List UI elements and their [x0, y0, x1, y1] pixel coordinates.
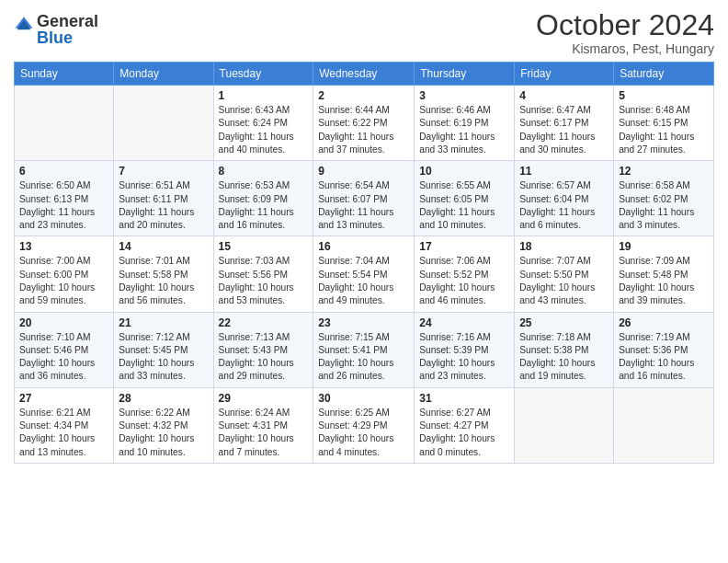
day-cell: 11Sunrise: 6:57 AM Sunset: 6:04 PM Dayli… — [515, 161, 614, 236]
day-number: 11 — [519, 165, 609, 178]
day-info: Sunrise: 7:13 AM Sunset: 5:43 PM Dayligh… — [219, 331, 309, 384]
day-info: Sunrise: 7:12 AM Sunset: 5:45 PM Dayligh… — [119, 331, 208, 384]
day-info: Sunrise: 6:55 AM Sunset: 6:05 PM Dayligh… — [419, 179, 509, 232]
day-cell: 22Sunrise: 7:13 AM Sunset: 5:43 PM Dayli… — [213, 312, 313, 387]
header: General Blue October 2024 Kismaros, Pest… — [14, 9, 714, 56]
day-cell: 24Sunrise: 7:16 AM Sunset: 5:39 PM Dayli… — [415, 312, 515, 387]
calendar-body: 1Sunrise: 6:43 AM Sunset: 6:24 PM Daylig… — [15, 86, 714, 464]
day-number: 5 — [619, 89, 709, 102]
day-number: 28 — [119, 392, 208, 405]
col-tuesday: Tuesday — [213, 63, 313, 86]
header-row: Sunday Monday Tuesday Wednesday Thursday… — [15, 63, 714, 86]
day-cell: 16Sunrise: 7:04 AM Sunset: 5:54 PM Dayli… — [313, 236, 415, 312]
day-number: 1 — [219, 89, 309, 102]
week-row-5: 27Sunrise: 6:21 AM Sunset: 4:34 PM Dayli… — [15, 387, 714, 463]
day-cell: 13Sunrise: 7:00 AM Sunset: 6:00 PM Dayli… — [15, 236, 114, 312]
day-cell: 12Sunrise: 6:58 AM Sunset: 6:02 PM Dayli… — [614, 161, 714, 236]
title-block: October 2024 Kismaros, Pest, Hungary — [536, 9, 714, 56]
day-number: 25 — [519, 316, 609, 329]
day-cell: 14Sunrise: 7:01 AM Sunset: 5:58 PM Dayli… — [114, 236, 213, 312]
day-cell: 28Sunrise: 6:22 AM Sunset: 4:32 PM Dayli… — [114, 387, 213, 463]
day-info: Sunrise: 7:03 AM Sunset: 5:56 PM Dayligh… — [219, 255, 309, 307]
day-info: Sunrise: 6:47 AM Sunset: 6:17 PM Dayligh… — [519, 104, 609, 156]
day-number: 6 — [19, 165, 108, 178]
day-number: 16 — [318, 240, 409, 253]
day-cell — [15, 86, 114, 161]
day-cell: 5Sunrise: 6:48 AM Sunset: 6:15 PM Daylig… — [614, 86, 714, 161]
day-cell: 3Sunrise: 6:46 AM Sunset: 6:19 PM Daylig… — [415, 86, 515, 161]
day-number: 2 — [318, 89, 409, 102]
day-number: 31 — [419, 392, 509, 405]
day-info: Sunrise: 6:24 AM Sunset: 4:31 PM Dayligh… — [219, 407, 309, 459]
col-saturday: Saturday — [614, 63, 714, 86]
day-number: 24 — [419, 316, 509, 329]
col-wednesday: Wednesday — [313, 63, 415, 86]
logo-icon — [14, 15, 34, 35]
day-info: Sunrise: 6:54 AM Sunset: 6:07 PM Dayligh… — [318, 179, 409, 232]
day-cell: 20Sunrise: 7:10 AM Sunset: 5:46 PM Dayli… — [15, 312, 114, 387]
day-number: 15 — [219, 240, 309, 253]
month-title: October 2024 — [536, 9, 714, 41]
day-cell: 6Sunrise: 6:50 AM Sunset: 6:13 PM Daylig… — [15, 161, 114, 236]
day-number: 13 — [19, 240, 108, 253]
day-info: Sunrise: 7:06 AM Sunset: 5:52 PM Dayligh… — [419, 255, 509, 307]
calendar-header: Sunday Monday Tuesday Wednesday Thursday… — [15, 63, 714, 86]
day-info: Sunrise: 6:25 AM Sunset: 4:29 PM Dayligh… — [318, 407, 409, 459]
col-friday: Friday — [515, 63, 614, 86]
day-info: Sunrise: 7:18 AM Sunset: 5:38 PM Dayligh… — [519, 331, 609, 384]
day-info: Sunrise: 7:16 AM Sunset: 5:39 PM Dayligh… — [419, 331, 509, 384]
day-cell: 18Sunrise: 7:07 AM Sunset: 5:50 PM Dayli… — [515, 236, 614, 312]
day-cell: 15Sunrise: 7:03 AM Sunset: 5:56 PM Dayli… — [213, 236, 313, 312]
day-cell: 17Sunrise: 7:06 AM Sunset: 5:52 PM Dayli… — [415, 236, 515, 312]
day-number: 23 — [318, 316, 409, 329]
day-info: Sunrise: 6:46 AM Sunset: 6:19 PM Dayligh… — [419, 104, 509, 156]
col-monday: Monday — [114, 63, 213, 86]
day-number: 4 — [519, 89, 609, 102]
day-info: Sunrise: 6:50 AM Sunset: 6:13 PM Dayligh… — [19, 179, 108, 232]
location: Kismaros, Pest, Hungary — [536, 41, 714, 56]
day-info: Sunrise: 6:58 AM Sunset: 6:02 PM Dayligh… — [619, 179, 709, 232]
day-info: Sunrise: 7:19 AM Sunset: 5:36 PM Dayligh… — [619, 331, 709, 384]
day-cell: 7Sunrise: 6:51 AM Sunset: 6:11 PM Daylig… — [114, 161, 213, 236]
day-info: Sunrise: 6:51 AM Sunset: 6:11 PM Dayligh… — [119, 179, 208, 232]
logo-blue: Blue — [37, 29, 98, 46]
day-info: Sunrise: 6:21 AM Sunset: 4:34 PM Dayligh… — [19, 407, 108, 459]
day-cell: 1Sunrise: 6:43 AM Sunset: 6:24 PM Daylig… — [213, 86, 313, 161]
day-number: 14 — [119, 240, 208, 253]
day-cell: 23Sunrise: 7:15 AM Sunset: 5:41 PM Dayli… — [313, 312, 415, 387]
col-sunday: Sunday — [15, 63, 114, 86]
day-number: 19 — [619, 240, 709, 253]
logo-general: General — [37, 13, 98, 29]
day-info: Sunrise: 7:01 AM Sunset: 5:58 PM Dayligh… — [119, 255, 208, 307]
day-info: Sunrise: 7:07 AM Sunset: 5:50 PM Dayligh… — [519, 255, 609, 307]
day-info: Sunrise: 6:48 AM Sunset: 6:15 PM Dayligh… — [619, 104, 709, 156]
day-info: Sunrise: 7:15 AM Sunset: 5:41 PM Dayligh… — [318, 331, 409, 384]
week-row-4: 20Sunrise: 7:10 AM Sunset: 5:46 PM Dayli… — [15, 312, 714, 387]
day-info: Sunrise: 7:00 AM Sunset: 6:00 PM Dayligh… — [19, 255, 108, 307]
logo: General Blue — [14, 13, 98, 46]
day-info: Sunrise: 6:53 AM Sunset: 6:09 PM Dayligh… — [219, 179, 309, 232]
day-cell: 19Sunrise: 7:09 AM Sunset: 5:48 PM Dayli… — [614, 236, 714, 312]
col-thursday: Thursday — [415, 63, 515, 86]
day-cell: 27Sunrise: 6:21 AM Sunset: 4:34 PM Dayli… — [15, 387, 114, 463]
day-cell: 8Sunrise: 6:53 AM Sunset: 6:09 PM Daylig… — [213, 161, 313, 236]
day-cell — [614, 387, 714, 463]
day-number: 17 — [419, 240, 509, 253]
day-cell: 26Sunrise: 7:19 AM Sunset: 5:36 PM Dayli… — [614, 312, 714, 387]
week-row-2: 6Sunrise: 6:50 AM Sunset: 6:13 PM Daylig… — [15, 161, 714, 236]
day-number: 26 — [619, 316, 709, 329]
calendar-page: General Blue October 2024 Kismaros, Pest… — [0, 0, 728, 563]
day-info: Sunrise: 7:04 AM Sunset: 5:54 PM Dayligh… — [318, 255, 409, 307]
day-cell — [515, 387, 614, 463]
day-number: 7 — [119, 165, 208, 178]
day-number: 27 — [19, 392, 108, 405]
day-info: Sunrise: 6:43 AM Sunset: 6:24 PM Dayligh… — [219, 104, 309, 156]
day-cell: 2Sunrise: 6:44 AM Sunset: 6:22 PM Daylig… — [313, 86, 415, 161]
day-info: Sunrise: 6:44 AM Sunset: 6:22 PM Dayligh… — [318, 104, 409, 156]
day-number: 12 — [619, 165, 709, 178]
week-row-3: 13Sunrise: 7:00 AM Sunset: 6:00 PM Dayli… — [15, 236, 714, 312]
day-number: 20 — [19, 316, 108, 329]
day-number: 22 — [219, 316, 309, 329]
day-info: Sunrise: 7:09 AM Sunset: 5:48 PM Dayligh… — [619, 255, 709, 307]
day-number: 9 — [318, 165, 409, 178]
